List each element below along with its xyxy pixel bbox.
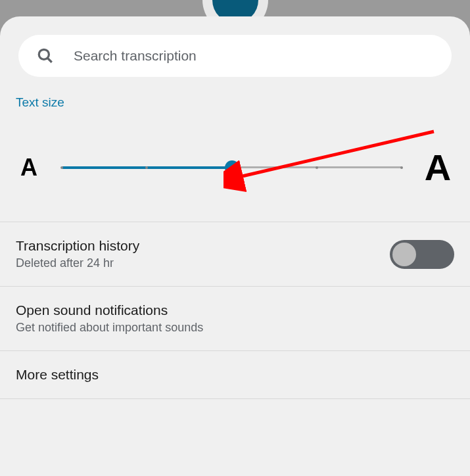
search-input[interactable] — [74, 48, 433, 64]
setting-text: More settings — [16, 367, 99, 383]
sound-notifications-title: Open sound notifications — [16, 302, 203, 318]
more-settings-row[interactable]: More settings — [0, 351, 470, 398]
settings-sheet: Text size A A Transcription history Dele… — [0, 16, 470, 476]
text-size-label: Text size — [16, 95, 454, 110]
setting-text: Transcription history Deleted after 24 h… — [16, 238, 139, 270]
sound-notifications-row[interactable]: Open sound notifications Get notified ab… — [0, 287, 470, 350]
slider-thumb[interactable] — [225, 160, 239, 175]
slider-tick — [60, 166, 63, 169]
slider-tick — [316, 166, 318, 169]
divider — [0, 398, 470, 399]
sound-notifications-subtitle: Get notified about important sounds — [16, 321, 203, 335]
svg-point-0 — [39, 49, 49, 59]
slider-tick — [400, 166, 403, 169]
search-bar[interactable] — [18, 35, 452, 77]
text-size-section: Text size A A — [0, 95, 470, 222]
setting-text: Open sound notifications Get notified ab… — [16, 302, 203, 335]
small-a-indicator: A — [16, 154, 42, 181]
transcription-history-row[interactable]: Transcription history Deleted after 24 h… — [0, 222, 470, 286]
transcription-history-subtitle: Deleted after 24 hr — [16, 256, 139, 270]
toggle-knob — [392, 243, 416, 266]
svg-line-1 — [47, 58, 52, 62]
search-icon — [37, 47, 54, 64]
text-size-slider[interactable] — [62, 160, 402, 176]
slider-row: A A — [16, 146, 454, 189]
transcription-history-toggle[interactable] — [390, 240, 454, 269]
more-settings-title: More settings — [16, 367, 99, 383]
transcription-history-title: Transcription history — [16, 238, 139, 254]
slider-tick — [145, 166, 148, 169]
large-a-indicator: A — [421, 146, 454, 189]
